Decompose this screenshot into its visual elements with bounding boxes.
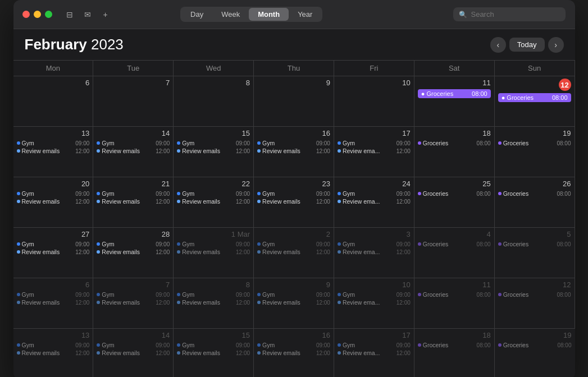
event-item[interactable]: Review emails12:00 [97,198,170,205]
day-cell-other-month[interactable]: 10 Gym09:00 Review ema...12:00 [334,278,414,329]
event-item[interactable]: Review ema...12:00 [338,350,411,356]
day-cell[interactable]: 27 Gym09:00 Review emails12:00 [13,228,94,278]
day-cell[interactable]: 10 [334,76,414,127]
event-item[interactable]: Review emails12:00 [17,148,90,154]
event-item[interactable]: Groceries08:00 [418,291,491,298]
event-item[interactable]: Groceries08:00 [498,291,571,298]
event-item[interactable]: Review emails12:00 [177,299,250,306]
event-item[interactable]: Review emails12:00 [97,299,170,306]
day-cell[interactable]: 13 Gym09:00 Review emails12:00 [13,127,94,177]
day-cell-other-month[interactable]: 3 Gym09:00 Review ema...12:00 [334,228,414,278]
event-item[interactable]: Gym09:00 [177,342,250,348]
event-item[interactable]: Review emails12:00 [97,148,170,154]
add-icon[interactable]: + [99,8,112,21]
event-item[interactable]: Groceries08:00 [418,140,491,146]
day-cell-other-month[interactable]: 12 Groceries08:00 [495,278,575,329]
day-cell[interactable]: 28 Gym09:00 Review emails12:00 [93,228,174,278]
event-item[interactable]: Gym09:00 [338,291,411,298]
event-item[interactable]: Gym09:00 [17,190,90,197]
event-item[interactable]: Review emails12:00 [257,299,330,306]
event-item[interactable]: Gym09:00 [338,342,411,348]
day-cell[interactable]: 15 Gym09:00 Review emails12:00 [174,127,254,177]
event-item[interactable]: Review emails12:00 [257,249,330,255]
day-cell-other-month[interactable]: 9 Gym09:00 Review emails12:00 [254,278,334,329]
event-item[interactable]: Gym09:00 [257,140,330,146]
inbox-icon[interactable]: ✉ [81,8,94,21]
event-item[interactable]: Gym09:00 [257,241,330,247]
day-cell[interactable]: 8 [174,76,254,127]
day-cell-today[interactable]: 12 ● Groceries 08:00 [495,76,575,127]
event-item[interactable]: Review ema...12:00 [338,299,411,306]
event-item[interactable]: Gym09:00 [177,190,250,197]
day-cell-other-month[interactable]: 6 Gym09:00 Review emails12:00 [13,278,94,329]
fullscreen-button[interactable] [45,11,52,18]
event-item[interactable]: Review emails12:00 [17,249,90,255]
event-item[interactable]: Gym09:00 [177,140,250,146]
day-cell-other-month[interactable]: 15 Gym09:00 Review emails12:00 [174,329,254,377]
day-cell-other-month[interactable]: 8 Gym09:00 Review emails12:00 [174,278,254,329]
sidebar-toggle-icon[interactable]: ⊟ [63,8,76,21]
event-item[interactable]: Groceries08:00 [498,190,571,197]
day-cell-other-month[interactable]: 1 Mar Gym09:00 Review emails12:00 [174,228,254,278]
day-cell-other-month[interactable]: 11 Groceries08:00 [414,278,495,329]
day-cell-other-month[interactable]: 17 Gym09:00 Review ema...12:00 [334,329,414,377]
day-cell[interactable]: 22 Gym09:00 Review emails12:00 [174,177,254,228]
event-item[interactable]: Groceries08:00 [498,342,572,348]
event-item[interactable]: Gym09:00 [97,291,170,298]
today-button[interactable]: Today [509,38,545,52]
minimize-button[interactable] [34,11,41,18]
event-item[interactable]: Review emails12:00 [177,198,250,205]
event-item[interactable]: Gym09:00 [97,190,170,197]
event-item[interactable]: Review emails12:00 [177,350,250,356]
event-item[interactable]: Gym09:00 [97,342,170,348]
day-cell[interactable]: 14 Gym09:00 Review emails12:00 [93,127,174,177]
event-item[interactable]: Gym09:00 [97,140,170,146]
day-cell-other-month[interactable]: 14 Gym09:00 Review emails12:00 [93,329,174,377]
day-cell-other-month[interactable]: 16 Gym09:00 Review emails12:00 [254,329,334,377]
event-item[interactable]: Review ema...12:00 [338,249,411,255]
day-cell[interactable]: 19 Groceries08:00 [495,127,575,177]
event-item[interactable]: Review ema...12:00 [338,148,411,154]
event-item[interactable]: Gym09:00 [257,291,330,298]
event-item[interactable]: Review emails12:00 [177,148,250,154]
event-item[interactable]: Groceries08:00 [498,241,571,247]
event-item[interactable]: Gym09:00 [257,342,330,348]
event-item[interactable]: Review ema...12:00 [338,198,411,205]
day-cell[interactable]: 21 Gym09:00 Review emails12:00 [93,177,174,228]
event-item[interactable]: Groceries08:00 [418,342,491,348]
day-cell[interactable]: 23 Gym09:00 Review emails12:00 [254,177,334,228]
event-item[interactable]: Review emails12:00 [17,198,90,205]
day-cell-other-month[interactable]: 18 Groceries08:00 [414,329,495,377]
close-button[interactable] [22,11,30,18]
day-cell-other-month[interactable]: 2 Gym09:00 Review emails12:00 [254,228,334,278]
day-cell[interactable]: 20 Gym09:00 Review emails12:00 [13,177,94,228]
event-item[interactable]: Review emails12:00 [257,350,330,356]
next-month-button[interactable]: › [548,37,564,53]
event-item[interactable]: Gym09:00 [97,241,170,247]
event-item[interactable]: Gym09:00 [338,190,411,197]
event-item[interactable]: Review emails12:00 [257,198,330,205]
event-item[interactable]: Gym09:00 [338,140,411,146]
day-cell[interactable]: 9 [254,76,334,127]
day-cell-other-month[interactable]: 19 Groceries08:00 [495,329,575,377]
view-month-button[interactable]: Month [249,8,289,21]
event-item[interactable]: Gym09:00 [17,342,90,348]
event-item[interactable]: Review emails12:00 [17,299,90,306]
day-cell-other-month[interactable]: 5 Groceries08:00 [495,228,575,278]
day-cell[interactable]: 7 [93,76,174,127]
day-cell[interactable]: 17 Gym09:00 Review ema...12:00 [334,127,414,177]
event-item[interactable]: Gym09:00 [177,291,250,298]
event-item[interactable]: Gym09:00 [17,291,90,298]
event-item[interactable]: Groceries08:00 [418,241,491,247]
event-item[interactable]: Groceries08:00 [418,190,491,197]
event-item[interactable]: Groceries08:00 [498,140,571,146]
event-item[interactable]: Review emails12:00 [177,249,250,255]
view-week-button[interactable]: Week [212,8,249,21]
day-cell-other-month[interactable]: 7 Gym09:00 Review emails12:00 [93,278,174,329]
event-item[interactable]: ● Groceries 08:00 [498,93,571,102]
event-item[interactable]: Gym09:00 [17,140,90,146]
event-item[interactable]: Gym09:00 [257,190,330,197]
day-cell[interactable]: 25 Groceries08:00 [414,177,495,228]
day-cell[interactable]: 26 Groceries08:00 [495,177,575,228]
view-year-button[interactable]: Year [289,8,321,21]
